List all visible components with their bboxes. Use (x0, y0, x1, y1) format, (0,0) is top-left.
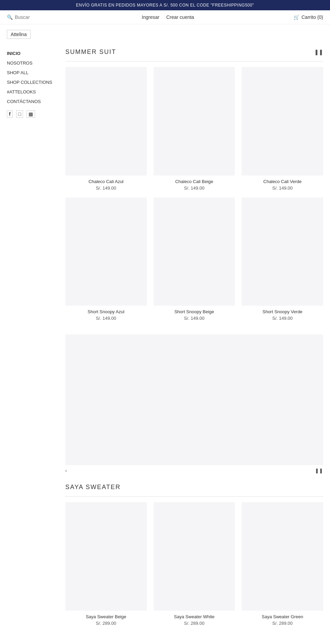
product-card-saya-sweater-white[interactable]: Saya Sweater White S/. 289.00 (154, 502, 235, 626)
brand-area: Attelina (0, 24, 330, 42)
product-price-chaleco-cali-azul: S/. 149.00 (65, 185, 147, 191)
product-price-short-snoopy-azul: S/. 149.00 (65, 316, 147, 321)
collection-summer-suit: SUMMER SUIT ❚❚ Chaleco Cali Azul S/. 149… (65, 48, 323, 321)
large-image-placeholder (65, 335, 323, 465)
search-icon: 🔍 (7, 14, 13, 20)
prev-scroll-icon[interactable]: ‹ (65, 468, 67, 473)
product-image-chaleco-cali-verde (242, 67, 323, 176)
instagram-icon[interactable]: □ (16, 110, 23, 118)
collection-controls-summer-suit: ❚❚ (314, 49, 323, 55)
product-card-short-snoopy-azul[interactable]: Short Snoopy Azul S/. 149.00 (65, 197, 147, 321)
header-nav: Ingresar Crear cuenta (142, 14, 194, 20)
product-name-short-snoopy-azul: Short Snoopy Azul (65, 309, 147, 314)
nav-create-account[interactable]: Crear cuenta (166, 14, 194, 20)
product-price-short-snoopy-beige: S/. 149.00 (154, 316, 235, 321)
product-price-chaleco-cali-beige: S/. 149.00 (154, 185, 235, 191)
product-price-saya-sweater-white: S/. 289.00 (154, 621, 235, 626)
collection-title-summer-suit: SUMMER SUIT (65, 48, 116, 56)
brand-logo[interactable]: Attelina (7, 30, 31, 39)
top-banner: ENVÍO GRATIS EN PEDIDOS MAYORES A S/. 50… (0, 0, 330, 10)
product-price-saya-sweater-beige: S/. 289.00 (65, 621, 147, 626)
banner-text: ENVÍO GRATIS EN PEDIDOS MAYORES A S/. 50… (76, 3, 254, 8)
product-card-chaleco-cali-azul[interactable]: Chaleco Cali Azul S/. 149.00 (65, 67, 147, 191)
product-card-short-snoopy-beige[interactable]: Short Snoopy Beige S/. 149.00 (154, 197, 235, 321)
sidebar-item-shop-all[interactable]: SHOP ALL (7, 68, 58, 77)
product-name-chaleco-cali-azul: Chaleco Cali Azul (65, 179, 147, 184)
product-card-saya-sweater-beige[interactable]: Saya Sweater Beige S/. 289.00 (65, 502, 147, 626)
sidebar-item-nosotros[interactable]: NOSOTROS (7, 58, 58, 68)
pause-scroll-icon[interactable]: ❚❚ (315, 468, 323, 473)
sidebar-item-contactanos[interactable]: CONTÁCTANOS (7, 97, 58, 106)
cart-label: Carrito (0) (301, 14, 323, 20)
brand-logo-text: Attelina (11, 32, 27, 37)
product-image-saya-sweater-green (242, 502, 323, 611)
sidebar-item-attelooks[interactable]: #ATTELOOKS (7, 87, 58, 97)
large-image-section: ‹ ❚❚ (65, 335, 323, 473)
divider-saya-sweater (65, 496, 323, 497)
product-name-chaleco-cali-beige: Chaleco Cali Beige (154, 179, 235, 184)
product-image-short-snoopy-beige (154, 197, 235, 306)
page-layout: INICIO NOSOTROS SHOP ALL SHOP COLLECTION… (0, 42, 330, 644)
product-image-short-snoopy-azul (65, 197, 147, 306)
product-price-short-snoopy-verde: S/. 149.00 (242, 316, 323, 321)
cart-icon: 🛒 (294, 14, 299, 20)
product-name-short-snoopy-beige: Short Snoopy Beige (154, 309, 235, 314)
product-grid-summer-suit: Chaleco Cali Azul S/. 149.00 Chaleco Cal… (65, 67, 323, 321)
sidebar-item-inicio[interactable]: INICIO (7, 48, 58, 58)
header: 🔍 Ingresar Crear cuenta 🛒 Carrito (0) (0, 10, 330, 24)
sidebar-item-shop-collections[interactable]: SHOP COLLECTIONS (7, 77, 58, 87)
sidebar-social: f □ ▩ (7, 110, 58, 118)
product-image-saya-sweater-beige (65, 502, 147, 611)
product-card-chaleco-cali-beige[interactable]: Chaleco Cali Beige S/. 149.00 (154, 67, 235, 191)
collection-header-summer-suit: SUMMER SUIT ❚❚ (65, 48, 323, 56)
collection-title-saya-sweater: SAYA SWEATER (65, 484, 121, 491)
search-area[interactable]: 🔍 (7, 14, 42, 20)
product-grid-saya-sweater: Saya Sweater Beige S/. 289.00 Saya Sweat… (65, 502, 323, 626)
product-price-saya-sweater-green: S/. 289.00 (242, 621, 323, 626)
product-card-saya-sweater-green[interactable]: Saya Sweater Green S/. 289.00 (242, 502, 323, 626)
sidebar: INICIO NOSOTROS SHOP ALL SHOP COLLECTION… (7, 48, 58, 640)
product-card-chaleco-cali-verde[interactable]: Chaleco Cali Verde S/. 149.00 (242, 67, 323, 191)
facebook-icon[interactable]: f (7, 110, 13, 118)
product-name-short-snoopy-verde: Short Snoopy Verde (242, 309, 323, 314)
product-price-chaleco-cali-verde: S/. 149.00 (242, 185, 323, 191)
collection-saya-sweater: SAYA SWEATER Saya Sweater Beige S/. 289.… (65, 484, 323, 626)
main-content: SUMMER SUIT ❚❚ Chaleco Cali Azul S/. 149… (65, 48, 323, 640)
cart-button[interactable]: 🛒 Carrito (0) (294, 14, 323, 20)
nav-login[interactable]: Ingresar (142, 14, 159, 20)
product-card-short-snoopy-verde[interactable]: Short Snoopy Verde S/. 149.00 (242, 197, 323, 321)
product-image-short-snoopy-verde (242, 197, 323, 306)
product-name-saya-sweater-white: Saya Sweater White (154, 614, 235, 619)
divider-summer-suit (65, 61, 323, 61)
rss-icon[interactable]: ▩ (26, 110, 35, 118)
product-name-chaleco-cali-verde: Chaleco Cali Verde (242, 179, 323, 184)
search-input[interactable] (15, 14, 42, 20)
product-image-chaleco-cali-beige (154, 67, 235, 176)
pause-button-summer-suit[interactable]: ❚❚ (314, 49, 323, 55)
product-image-saya-sweater-white (154, 502, 235, 611)
product-image-chaleco-cali-azul (65, 67, 147, 176)
scroll-controls: ‹ ❚❚ (65, 468, 323, 473)
sidebar-nav: INICIO NOSOTROS SHOP ALL SHOP COLLECTION… (7, 48, 58, 106)
product-name-saya-sweater-green: Saya Sweater Green (242, 614, 323, 619)
product-name-saya-sweater-beige: Saya Sweater Beige (65, 614, 147, 619)
collection-header-saya-sweater: SAYA SWEATER (65, 484, 323, 491)
